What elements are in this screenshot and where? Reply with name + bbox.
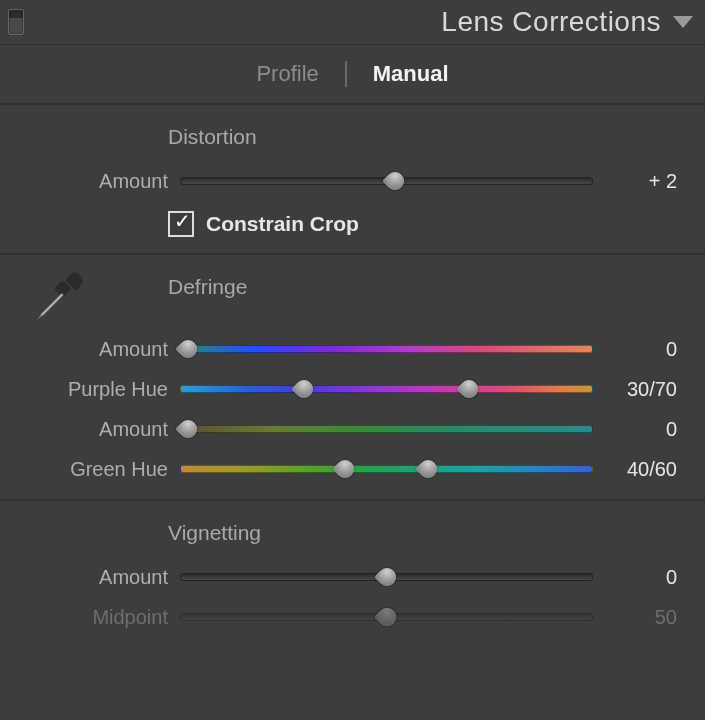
vignetting-midpoint-label: Midpoint <box>28 606 180 629</box>
defringe-purple-amount-row: Amount 0 <box>28 329 677 369</box>
defringe-purple-amount-slider[interactable] <box>180 338 593 360</box>
distortion-section: Distortion Amount + 2 ✓ Constrain Crop <box>0 105 705 255</box>
vignetting-section: Vignetting Amount 0 Midpoint 50 <box>0 501 705 647</box>
vignetting-amount-value[interactable]: 0 <box>593 566 677 589</box>
defringe-purple-hue-value[interactable]: 30/70 <box>593 378 677 401</box>
vignetting-amount-slider[interactable] <box>180 566 593 588</box>
slider-thumb[interactable] <box>176 336 201 361</box>
vignetting-amount-row: Amount 0 <box>28 557 677 597</box>
slider-thumb[interactable] <box>382 168 407 193</box>
defringe-purple-amount-value[interactable]: 0 <box>593 338 677 361</box>
defringe-green-amount-slider[interactable] <box>180 418 593 440</box>
tab-profile[interactable]: Profile <box>254 57 320 91</box>
eyedropper-icon[interactable] <box>32 267 88 328</box>
defringe-purple-amount-label: Amount <box>28 338 180 361</box>
distortion-title: Distortion <box>168 125 677 149</box>
slider-thumb <box>374 604 399 629</box>
distortion-amount-slider[interactable] <box>180 170 593 192</box>
defringe-purple-hue-label: Purple Hue <box>28 378 180 401</box>
distortion-amount-label: Amount <box>28 170 180 193</box>
checkmark-icon: ✓ <box>174 209 191 233</box>
defringe-green-hue-label: Green Hue <box>28 458 180 481</box>
slider-thumb-high[interactable] <box>415 456 440 481</box>
panel-header: Lens Corrections <box>0 0 705 45</box>
lens-corrections-panel: Lens Corrections Profile Manual Distorti… <box>0 0 705 720</box>
defringe-green-amount-row: Amount 0 <box>28 409 677 449</box>
vignetting-midpoint-value: 50 <box>593 606 677 629</box>
defringe-green-hue-slider[interactable] <box>180 458 593 480</box>
panel-toggle-switch[interactable] <box>8 9 24 35</box>
defringe-green-hue-row: Green Hue 40/60 <box>28 449 677 489</box>
slider-thumb[interactable] <box>176 416 201 441</box>
distortion-amount-value[interactable]: + 2 <box>593 170 677 193</box>
defringe-purple-hue-row: Purple Hue 30/70 <box>28 369 677 409</box>
panel-disclosure-icon[interactable] <box>673 16 693 28</box>
defringe-green-amount-label: Amount <box>28 418 180 441</box>
distortion-amount-row: Amount + 2 <box>28 161 677 201</box>
slider-thumb-low[interactable] <box>291 376 316 401</box>
vignetting-midpoint-row: Midpoint 50 <box>28 597 677 637</box>
defringe-section: Defringe Amount 0 Purple Hue 30/70 Amoun… <box>0 255 705 501</box>
slider-thumb-high[interactable] <box>456 376 481 401</box>
defringe-green-hue-value[interactable]: 40/60 <box>593 458 677 481</box>
defringe-purple-hue-slider[interactable] <box>180 378 593 400</box>
vignetting-amount-label: Amount <box>28 566 180 589</box>
slider-thumb[interactable] <box>374 564 399 589</box>
slider-thumb-low[interactable] <box>332 456 357 481</box>
constrain-crop-row: ✓ Constrain Crop <box>168 211 677 237</box>
tab-manual[interactable]: Manual <box>371 57 451 91</box>
constrain-crop-label: Constrain Crop <box>206 212 359 236</box>
constrain-crop-checkbox[interactable]: ✓ <box>168 211 194 237</box>
defringe-title: Defringe <box>168 275 677 299</box>
defringe-green-amount-value[interactable]: 0 <box>593 418 677 441</box>
vignetting-title: Vignetting <box>168 521 677 545</box>
tabs: Profile Manual <box>0 45 705 105</box>
panel-title: Lens Corrections <box>24 6 673 38</box>
tab-divider <box>345 61 347 87</box>
vignetting-midpoint-slider <box>180 606 593 628</box>
